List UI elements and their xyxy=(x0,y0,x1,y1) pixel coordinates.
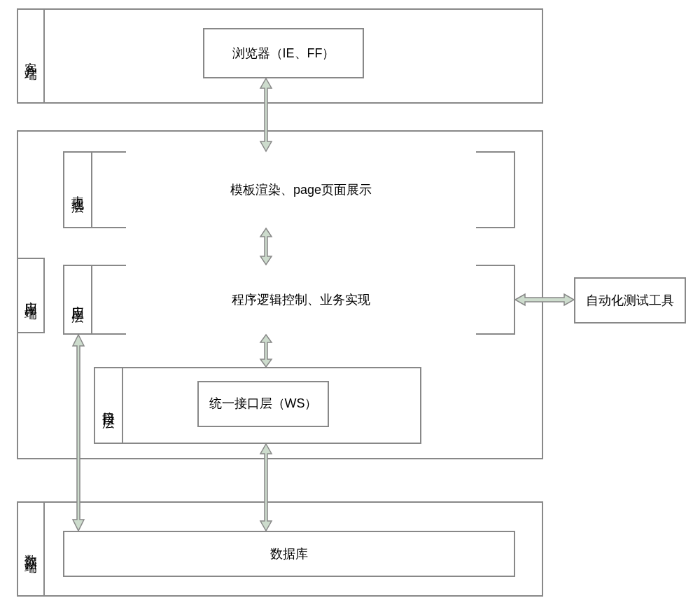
svg-marker-4 xyxy=(73,335,84,531)
svg-marker-2 xyxy=(260,335,272,367)
browser-box-text: 浏览器（IE、FF） xyxy=(232,45,335,62)
interface-layer-label: 接口层 xyxy=(100,401,117,410)
client-tier-label-box: 客户端 xyxy=(17,8,45,104)
interface-layer-label-box: 接口层 xyxy=(94,367,123,444)
automation-tool-box: 自动化测试工具 xyxy=(574,277,686,324)
application-layer-label-box: 应用层 xyxy=(63,265,92,335)
svg-marker-1 xyxy=(260,228,272,265)
client-tier-label: 客户端 xyxy=(22,52,39,60)
arrow-browser-presentation xyxy=(258,78,274,151)
arrow-presentation-application xyxy=(258,228,274,265)
interface-layer-inner-box: 统一接口层（WS） xyxy=(197,381,329,427)
data-tier-label-box: 数据端 xyxy=(17,501,45,597)
app-tier-label-box: 应用端 xyxy=(17,258,45,333)
arrow-application-database-direct xyxy=(70,335,87,531)
application-layer-label: 应用层 xyxy=(69,295,86,304)
browser-box: 浏览器（IE、FF） xyxy=(203,28,364,78)
arrow-interface-database xyxy=(258,444,274,531)
automation-tool-text: 自动化测试工具 xyxy=(586,292,674,309)
data-tier-label: 数据端 xyxy=(22,545,39,553)
presentation-layer-text: 模板渲染、page页面展示 xyxy=(126,151,476,228)
application-layer-text: 程序逻辑控制、业务实现 xyxy=(126,265,476,335)
presentation-layer-label-box: 表现层 xyxy=(63,151,92,228)
svg-marker-3 xyxy=(260,444,272,531)
svg-marker-5 xyxy=(515,294,574,305)
arrow-application-automation xyxy=(515,291,574,308)
interface-layer-text: 统一接口层（WS） xyxy=(209,395,318,412)
app-tier-label: 应用端 xyxy=(22,291,39,300)
arrow-application-interface xyxy=(258,335,274,367)
svg-marker-0 xyxy=(260,78,272,151)
database-box: 数据库 xyxy=(63,531,515,577)
database-box-text: 数据库 xyxy=(270,545,308,562)
presentation-layer-label: 表现层 xyxy=(69,186,86,194)
